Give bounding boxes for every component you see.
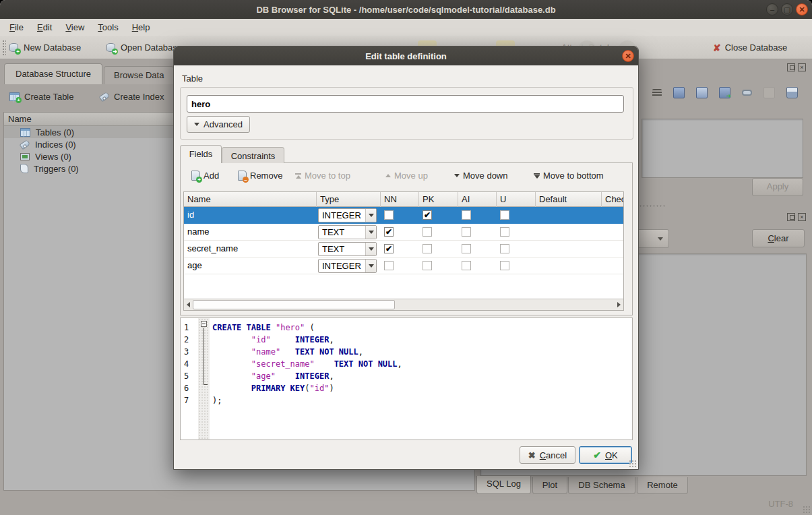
cancel-button[interactable]: ✖ Cancel [520, 446, 575, 464]
tab-db-schema[interactable]: DB Schema [568, 477, 635, 494]
chevron-down-icon[interactable] [365, 226, 376, 239]
tab-database-structure[interactable]: Database Structure [4, 63, 102, 84]
nn-checkbox[interactable] [384, 210, 394, 220]
ai-checkbox[interactable] [462, 261, 471, 270]
table-name-input[interactable] [187, 95, 624, 113]
print-icon[interactable] [786, 87, 798, 98]
menu-tools[interactable]: Tools [91, 20, 125, 34]
ok-button[interactable]: ✔ OK [579, 446, 632, 464]
toolbar-drag-handle[interactable] [2, 40, 6, 55]
u-checkbox[interactable] [500, 210, 509, 220]
create-table-button[interactable]: + Create Table [9, 92, 73, 102]
sql-preview[interactable]: 1234567 CREATE TABLE "hero" ( "id" INTEG… [180, 317, 633, 440]
maximize-icon[interactable]: ▢ [781, 3, 793, 16]
move-to-bottom-button[interactable]: Move to bottom [534, 171, 604, 181]
nn-checkbox[interactable] [384, 261, 394, 270]
cell-editor-area[interactable] [642, 119, 803, 178]
menu-help[interactable]: Help [125, 20, 157, 34]
dialog-resize-grip[interactable] [629, 460, 636, 467]
field-name-cell[interactable]: secret_name [187, 243, 238, 253]
column-header-u[interactable]: U [497, 192, 536, 207]
dock-close-icon[interactable]: × [798, 63, 806, 71]
field-row-secret_name[interactable]: secret_nameTEXT✔ [184, 241, 623, 258]
open-database-icon: ➜ [106, 42, 117, 53]
column-header-name[interactable]: Name [184, 192, 317, 207]
column-header-default[interactable]: Default [536, 192, 602, 207]
field-name-cell[interactable]: age [187, 260, 202, 270]
clear-log-button[interactable]: Clear [752, 229, 805, 247]
tab-remote[interactable]: Remote [637, 477, 688, 494]
nn-checkbox[interactable]: ✔ [384, 227, 394, 237]
save-cell-icon[interactable] [696, 87, 708, 98]
move-down-button[interactable]: Move down [454, 171, 507, 181]
menu-edit[interactable]: Edit [30, 20, 59, 34]
remove-button[interactable]: –Remove [238, 171, 282, 181]
close-database-button[interactable]: ✘ Close Database [713, 40, 787, 55]
dock-float-icon[interactable] [787, 213, 795, 221]
export-cell-icon[interactable] [719, 87, 730, 98]
close-window-icon[interactable]: ✕ [796, 3, 808, 16]
column-header-type[interactable]: Type [317, 192, 381, 207]
scroll-right-icon[interactable] [615, 299, 623, 310]
link-icon[interactable] [742, 90, 752, 96]
ai-checkbox[interactable] [462, 244, 471, 253]
field-type-select[interactable]: INTEGER [318, 208, 377, 222]
field-name-cell[interactable]: id [187, 210, 194, 220]
grid-hscrollbar[interactable] [184, 299, 623, 310]
column-header-ai[interactable]: AI [458, 192, 497, 207]
menu-view[interactable]: View [59, 20, 91, 34]
field-row-id[interactable]: idINTEGER✔ [184, 207, 623, 224]
ai-checkbox[interactable] [462, 210, 471, 220]
advanced-button[interactable]: Advanced [187, 116, 250, 133]
chevron-down-icon[interactable] [365, 243, 376, 255]
scroll-left-icon[interactable] [184, 299, 193, 310]
move-up-button: Move up [385, 171, 428, 181]
import-cell-icon[interactable] [673, 87, 685, 98]
u-checkbox[interactable] [500, 227, 509, 237]
column-header-pk[interactable]: PK [419, 192, 458, 207]
dock-splitter-handle[interactable] [639, 204, 666, 208]
u-checkbox[interactable] [500, 261, 509, 270]
pk-checkbox[interactable] [423, 244, 432, 253]
field-type-select[interactable]: TEXT [318, 225, 377, 239]
field-row-age[interactable]: ageINTEGER [184, 258, 623, 274]
apply-button[interactable]: Apply [752, 178, 803, 196]
tab-fields[interactable]: Fields [180, 145, 222, 163]
field-row-name[interactable]: nameTEXT✔ [184, 224, 623, 241]
dock-float-icon[interactable] [787, 63, 795, 71]
window-resize-grip[interactable] [803, 506, 811, 514]
remove-field-icon: – [238, 171, 247, 181]
menu-file[interactable]: File [3, 20, 30, 34]
scrollbar-thumb[interactable] [193, 300, 395, 309]
new-database-button[interactable]: + New Database [9, 40, 81, 55]
field-name-cell[interactable]: name [187, 226, 210, 237]
u-checkbox[interactable] [500, 244, 509, 253]
tab-sql-log[interactable]: SQL Log [476, 476, 531, 494]
tab-plot[interactable]: Plot [532, 477, 567, 494]
dialog-titlebar: Edit table definition ✕ [174, 47, 638, 65]
field-type-select[interactable]: INTEGER [318, 259, 377, 273]
open-database-button[interactable]: ➜ Open Database [106, 40, 182, 55]
dock-close-icon[interactable]: × [798, 213, 806, 221]
tab-browse-data[interactable]: Browse Data [104, 66, 174, 84]
action-label: Move to bottom [543, 171, 604, 181]
fold-collapse-icon[interactable] [201, 321, 207, 327]
pk-checkbox[interactable]: ✔ [423, 210, 432, 220]
chevron-down-icon[interactable] [365, 209, 376, 222]
column-header-nn[interactable]: NN [381, 192, 419, 207]
text-mode-icon[interactable] [652, 89, 662, 97]
dialog-close-icon[interactable]: ✕ [622, 50, 634, 62]
nn-checkbox[interactable]: ✔ [384, 244, 394, 253]
field-type-select[interactable]: TEXT [318, 242, 377, 256]
chevron-down-icon[interactable] [365, 260, 376, 272]
create-index-button[interactable]: Create Index [100, 92, 164, 102]
ai-checkbox[interactable] [462, 227, 471, 237]
pk-checkbox[interactable] [423, 261, 432, 270]
add-button[interactable]: +Add [191, 171, 219, 181]
set-null-icon[interactable] [763, 87, 775, 98]
dock-controls-top: × [787, 63, 806, 71]
pk-checkbox[interactable] [423, 227, 432, 237]
minimize-icon[interactable]: – [766, 3, 778, 16]
tab-constraints[interactable]: Constraints [222, 147, 284, 163]
column-header-check[interactable]: Check [602, 192, 624, 207]
